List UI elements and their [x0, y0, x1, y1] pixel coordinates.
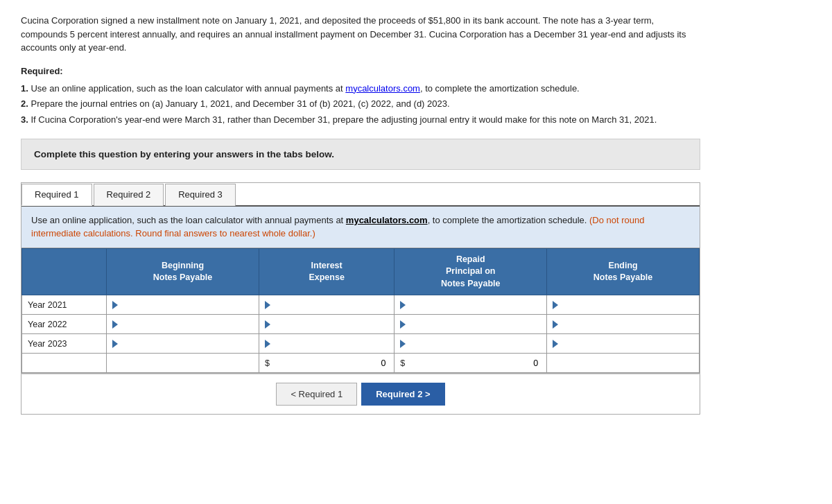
- header-beginning-notes: BeginningNotes Payable: [107, 248, 259, 295]
- input-2021-interest[interactable]: [272, 300, 388, 310]
- totals-ending: [547, 354, 700, 373]
- mycalculators-link-2[interactable]: mycalculators.com: [346, 215, 428, 225]
- arrow-icon-2022-beg: [112, 320, 118, 329]
- orange-note: (Do not round intermediate calculations.…: [31, 215, 645, 239]
- tab-required1[interactable]: Required 1: [21, 184, 92, 206]
- required-header: Required:: [21, 66, 811, 76]
- requirements-list: 1. Use an online application, such as th…: [21, 82, 700, 128]
- arrow-icon-2021-prin: [400, 301, 406, 309]
- cell-2021-principal: [395, 295, 547, 315]
- input-2023-principal[interactable]: [408, 339, 541, 349]
- tabs-container: Required 1 Required 2 Required 3: [21, 182, 700, 207]
- requirement-1: 1. Use an online application, such as th…: [21, 82, 700, 96]
- header-ending-notes: EndingNotes Payable: [547, 248, 700, 295]
- problem-text: Cucina Corporation signed a new installm…: [21, 14, 700, 55]
- input-2021-ending[interactable]: [560, 300, 693, 310]
- tab-required2[interactable]: Required 2: [94, 184, 164, 206]
- arrow-icon-2021-end: [553, 301, 558, 309]
- input-2022-interest[interactable]: [272, 320, 388, 329]
- tab-content-required1: Use an online application, such as the l…: [21, 207, 700, 374]
- prev-button[interactable]: < Required 1: [276, 383, 357, 406]
- tabs-row: Required 1 Required 2 Required 3: [21, 183, 700, 207]
- cell-2023-ending: [547, 334, 700, 354]
- input-2023-ending[interactable]: [560, 339, 693, 349]
- header-repaid-principal: RepaidPrincipal onNotes Payable: [395, 248, 547, 295]
- input-2023-beginning[interactable]: [120, 339, 253, 349]
- cell-2022-ending: [547, 315, 700, 334]
- arrow-icon-2021-int: [265, 301, 270, 309]
- label-year2022: Year 2022: [22, 315, 107, 334]
- nav-buttons: < Required 1 Required 2 >: [21, 374, 700, 415]
- totals-interest: $: [259, 354, 394, 373]
- arrow-icon-2023-prin: [400, 340, 406, 348]
- input-2021-beginning[interactable]: [120, 300, 253, 310]
- arrow-icon-2023-int: [265, 340, 270, 348]
- totals-label: [22, 354, 107, 373]
- instructions-box: Complete this question by entering your …: [21, 139, 700, 170]
- input-total-principal[interactable]: [408, 358, 541, 368]
- table-row-2022: Year 2022: [22, 315, 700, 334]
- cell-2021-ending: [547, 295, 700, 315]
- totals-row: $ $: [22, 354, 700, 373]
- cell-2021-beginning: [107, 295, 259, 315]
- cell-2023-interest: [259, 334, 394, 354]
- totals-beginning: [107, 354, 259, 373]
- amortization-table: BeginningNotes Payable InterestExpense R…: [21, 248, 700, 374]
- requirement-3: 3. If Cucina Corporation's year-end were…: [21, 113, 700, 128]
- arrow-icon-2022-int: [265, 320, 270, 329]
- dollar-sign-interest: $: [265, 358, 270, 368]
- tab-required3[interactable]: Required 3: [165, 184, 236, 206]
- dollar-sign-principal: $: [400, 358, 405, 368]
- requirement-2: 2. Prepare the journal entries on (a) Ja…: [21, 97, 700, 112]
- input-2022-beginning[interactable]: [120, 320, 253, 329]
- input-2021-principal[interactable]: [408, 300, 541, 310]
- input-2022-principal[interactable]: [408, 320, 541, 329]
- label-year2023: Year 2023: [22, 334, 107, 354]
- input-2023-interest[interactable]: [272, 339, 388, 349]
- totals-principal: $: [395, 354, 547, 373]
- arrow-icon-2021-beg: [112, 301, 118, 309]
- table-row-2023: Year 2023: [22, 334, 700, 354]
- cell-2023-beginning: [107, 334, 259, 354]
- problem-description: Cucina Corporation signed a new installm…: [21, 15, 686, 53]
- input-2022-ending[interactable]: [560, 320, 693, 329]
- header-year: [22, 248, 107, 295]
- cell-2022-principal: [395, 315, 547, 334]
- cell-2021-interest: [259, 295, 394, 315]
- table-row-2021: Year 2021: [22, 295, 700, 315]
- tab-description: Use an online application, such as the l…: [21, 207, 700, 248]
- mycalculators-link-1[interactable]: mycalculators.com: [345, 83, 420, 94]
- cell-2022-interest: [259, 315, 394, 334]
- header-interest-expense: InterestExpense: [259, 248, 394, 295]
- arrow-icon-2023-end: [553, 340, 558, 348]
- arrow-icon-2023-beg: [112, 340, 118, 348]
- label-year2021: Year 2021: [22, 295, 107, 315]
- next-button[interactable]: Required 2 >: [361, 383, 444, 406]
- arrow-icon-2022-end: [553, 320, 558, 329]
- input-total-interest[interactable]: [272, 358, 388, 368]
- cell-2022-beginning: [107, 315, 259, 334]
- arrow-icon-2022-prin: [400, 320, 406, 329]
- cell-2023-principal: [395, 334, 547, 354]
